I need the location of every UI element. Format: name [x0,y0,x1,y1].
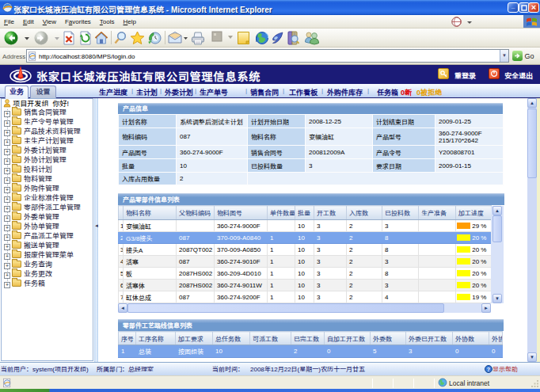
svg-text:?: ? [487,367,490,372]
